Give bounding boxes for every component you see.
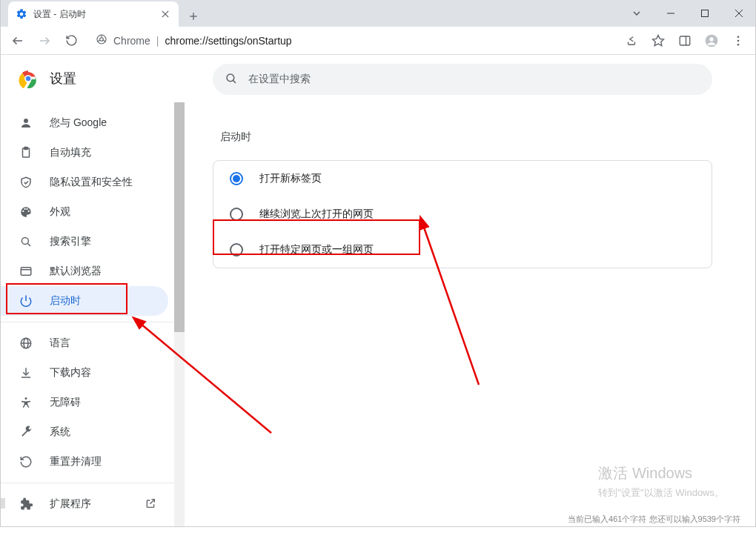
- sidebar-label: 外观: [50, 205, 70, 219]
- window-controls: [620, 0, 756, 27]
- svg-point-28: [24, 119, 28, 123]
- watermark-title: 激活 Windows: [598, 462, 724, 484]
- settings-title: 设置: [50, 70, 76, 87]
- radio-selected[interactable]: [230, 172, 243, 185]
- forward-button[interactable]: [33, 30, 56, 52]
- option-label: 打开新标签页: [259, 172, 322, 185]
- svg-point-22: [737, 43, 740, 45]
- svg-line-14: [98, 40, 100, 42]
- sidebar-item-accessibility[interactable]: 无障碍: [1, 388, 168, 417]
- share-icon[interactable]: [620, 30, 643, 52]
- bookmark-icon[interactable]: [647, 30, 669, 52]
- svg-point-31: [21, 237, 28, 244]
- sidebar-item-default-browser[interactable]: 默认浏览器: [1, 256, 168, 286]
- sidebar-item-system[interactable]: 系统: [1, 417, 168, 447]
- clipboard-icon: [19, 145, 33, 160]
- svg-point-26: [227, 74, 234, 82]
- new-tab-button[interactable]: [183, 6, 204, 27]
- toolbar: Chrome | chrome://settings/onStartup: [0, 27, 756, 55]
- svg-point-41: [25, 397, 27, 400]
- power-icon: [19, 294, 33, 308]
- svg-line-32: [27, 243, 30, 246]
- tab-settings[interactable]: 设置 - 启动时: [8, 1, 179, 27]
- back-button[interactable]: [7, 30, 29, 52]
- wrench-icon: [19, 425, 33, 440]
- minimize-button[interactable]: [654, 0, 688, 27]
- sidebar-item-language[interactable]: 语言: [1, 328, 168, 358]
- palette-icon: [19, 205, 33, 219]
- sidebar: 您与 Google 自动填充 隐私设置和安全性 外观 搜索引擎 默认浏览器 启动…: [1, 102, 185, 526]
- extension-icon: [19, 497, 33, 512]
- sidebar-label: 下载内容: [50, 366, 91, 380]
- radio-unselected[interactable]: [230, 208, 243, 221]
- svg-marker-15: [653, 35, 664, 45]
- sidebar-scrollbar-thumb[interactable]: [174, 102, 185, 332]
- startup-options-card: 打开新标签页 继续浏览上次打开的网页 打开特定网页或一组网页: [213, 160, 712, 268]
- svg-point-21: [737, 39, 740, 42]
- svg-rect-1: [702, 10, 709, 17]
- restore-icon: [19, 454, 33, 469]
- close-icon[interactable]: [159, 8, 171, 20]
- bottom-fragment-text: 当前已输入461个字符 您还可以输入9539个字符: [568, 514, 740, 525]
- sidebar-label: 您与 Google: [50, 116, 107, 130]
- left-edge-fragment: [1, 498, 5, 509]
- reload-button[interactable]: [60, 30, 82, 52]
- option-new-tab[interactable]: 打开新标签页: [213, 161, 712, 196]
- option-continue[interactable]: 继续浏览上次打开的网页: [213, 196, 712, 232]
- sidebar-label: 默认浏览器: [50, 265, 102, 278]
- svg-rect-16: [680, 36, 690, 45]
- sidebar-label: 隐私设置和安全性: [50, 176, 133, 189]
- address-separator: |: [156, 35, 159, 47]
- sidebar-item-you-and-google[interactable]: 您与 Google: [1, 108, 168, 138]
- sidebar-item-extensions[interactable]: 扩展程序: [1, 489, 168, 519]
- sidebar-item-on-startup[interactable]: 启动时: [1, 286, 168, 316]
- side-panel-icon[interactable]: [674, 30, 696, 52]
- sidebar-item-autofill[interactable]: 自动填充: [1, 138, 168, 168]
- shield-icon: [19, 175, 33, 190]
- sidebar-item-privacy[interactable]: 隐私设置和安全性: [1, 168, 168, 197]
- radio-unselected[interactable]: [230, 243, 243, 256]
- search-icon: [225, 72, 238, 87]
- sidebar-label: 扩展程序: [50, 497, 91, 511]
- chrome-circle-icon: [96, 33, 107, 47]
- sidebar-label: 自动填充: [50, 146, 91, 159]
- chrome-logo-icon: [19, 69, 38, 88]
- chevron-down-icon[interactable]: [620, 0, 654, 27]
- maximize-button[interactable]: [688, 0, 722, 27]
- option-label: 打开特定网页或一组网页: [259, 243, 374, 256]
- settings-search[interactable]: 在设置中搜索: [213, 64, 712, 95]
- sidebar-label: 无障碍: [50, 396, 81, 409]
- address-url: chrome://settings/onStartup: [165, 35, 291, 47]
- windows-activation-watermark: 激活 Windows 转到"设置"以激活 Windows。: [598, 462, 724, 500]
- menu-icon[interactable]: [727, 30, 749, 52]
- sidebar-item-reset[interactable]: 重置并清理: [1, 447, 168, 477]
- search-icon: [19, 234, 33, 249]
- download-icon: [19, 365, 33, 380]
- search-placeholder: 在设置中搜索: [248, 73, 311, 86]
- browser-icon: [19, 264, 33, 279]
- svg-line-13: [103, 40, 105, 42]
- close-button[interactable]: [722, 0, 756, 27]
- sidebar-item-search[interactable]: 搜索引擎: [1, 227, 168, 256]
- accessibility-icon: [19, 395, 33, 410]
- settings-header: 设置 在设置中搜索: [1, 55, 755, 102]
- svg-point-19: [709, 37, 713, 41]
- sidebar-item-appearance[interactable]: 外观: [1, 197, 168, 227]
- svg-point-24: [26, 76, 31, 82]
- sidebar-item-downloads[interactable]: 下载内容: [1, 358, 168, 388]
- svg-line-27: [233, 80, 236, 83]
- section-title: 启动时: [220, 130, 712, 144]
- sidebar-label: 语言: [50, 337, 70, 350]
- watermark-sub: 转到"设置"以激活 Windows。: [598, 486, 724, 500]
- sidebar-divider: [1, 483, 174, 483]
- svg-point-20: [737, 36, 740, 38]
- svg-line-42: [150, 500, 154, 504]
- option-label: 继续浏览上次打开的网页: [259, 208, 374, 221]
- sidebar-label: 搜索引擎: [50, 235, 91, 248]
- option-specific-pages[interactable]: 打开特定网页或一组网页: [213, 232, 712, 268]
- address-bar[interactable]: Chrome | chrome://settings/onStartup: [87, 30, 616, 52]
- tab-title: 设置 - 启动时: [33, 8, 153, 21]
- svg-point-11: [100, 38, 104, 42]
- address-brand: Chrome: [113, 35, 150, 47]
- profile-icon[interactable]: [700, 30, 723, 52]
